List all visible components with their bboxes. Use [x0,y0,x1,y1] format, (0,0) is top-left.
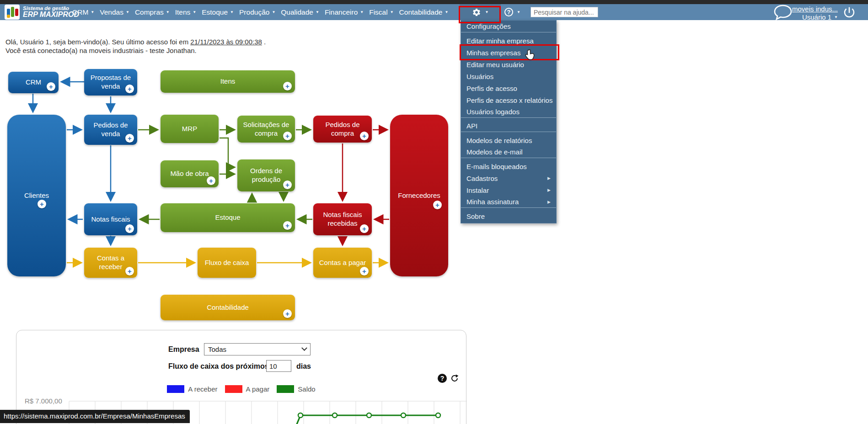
add-icon[interactable]: + [283,180,292,189]
settings-gear-button[interactable]: ▼ [460,4,501,20]
status-bar-url: https://sistema.maxiprod.com.br/Empresa/… [0,410,190,423]
maxiprod-logo-icon [5,5,20,20]
add-icon[interactable]: + [360,267,369,276]
settings-menu-item[interactable]: Usuários ▶ [461,70,556,82]
logout-power-icon[interactable] [842,5,856,21]
add-icon[interactable]: + [125,267,134,276]
add-icon[interactable]: + [283,82,292,90]
welcome-message: Olá, Usuário 1, seja bem-vindo(a). Seu ú… [5,37,266,55]
company-link[interactable]: moveis indus... [792,5,838,13]
diagram-node-mao-de-obra[interactable]: Mão de obra + [161,160,219,187]
help-menu-button[interactable]: ? ▼ [504,4,520,20]
diagram-node-solicitacoes-compra[interactable]: Solicitações de compra + [237,116,295,143]
nav-menu-item[interactable]: Produção ▼ [239,8,275,16]
nav-menu-item[interactable]: CRM ▼ [72,8,94,16]
settings-menu-item[interactable]: Configurações ▶ [461,21,556,32]
settings-menu-item[interactable]: Modelos de e-mail ▶ [461,146,556,158]
diagram-node-pedidos-venda[interactable]: Pedidos de venda + [84,115,137,145]
chevron-down-icon: ▼ [91,11,94,14]
add-icon[interactable]: + [360,224,369,233]
submenu-arrow-icon: ▶ [547,200,551,204]
diagram-node-crm[interactable]: CRM + [8,72,59,93]
settings-menu-item[interactable]: Modelos de relatórios ▶ [461,134,556,146]
submenu-arrow-icon: ▶ [547,188,551,192]
diagram-node-contas-receber[interactable]: Contas a receber + [84,248,137,278]
chevron-down-icon: ▼ [316,11,319,14]
settings-menu-item[interactable]: Minhas empresas ▶ [461,47,556,58]
nav-menu-item[interactable]: Fiscal ▼ [369,8,393,16]
diagram-node-notas-fiscais[interactable]: Notas fiscais + [84,203,137,235]
add-icon[interactable]: + [125,85,134,93]
user-menu[interactable]: Usuário 1 ▼ [792,13,838,21]
nav-menu-item[interactable]: Compras ▼ [135,8,170,16]
nav-menu-item[interactable]: Financeiro ▼ [325,8,364,16]
add-icon[interactable]: + [38,200,46,208]
settings-menu-item[interactable]: Perfis de acesso x relatórios ▶ [461,94,556,106]
chevron-down-icon: ▼ [485,11,489,14]
last-access-link[interactable]: 21/11/2023 às 09:00:38 [190,38,262,46]
diagram-node-mrp[interactable]: MRP [161,115,219,143]
settings-dropdown-menu: Configurações ▶ Editar minha empresa ▶ M… [461,20,557,223]
add-icon[interactable]: + [125,134,134,143]
settings-menu-item[interactable]: Editar meu usuário ▶ [461,58,556,70]
nav-menu-item[interactable]: Itens ▼ [175,8,197,16]
chevron-down-icon: ▼ [230,11,234,14]
settings-menu-item[interactable]: Sobre ▶ [461,210,556,222]
help-search-input[interactable] [530,7,598,17]
diagram-node-clientes[interactable]: Clientes + [7,115,66,276]
settings-menu-item[interactable]: Cadastros ▶ [461,172,556,184]
chat-bubble-icon[interactable] [772,4,794,24]
diagram-node-propostas-venda[interactable]: Propostas de venda + [84,69,137,95]
nav-menu-item[interactable]: Contabilidade ▼ [399,8,449,16]
diagram-node-pedidos-compra[interactable]: Pedidos de compra + [313,116,372,143]
settings-menu-item[interactable]: API ▶ [461,120,556,132]
diagram-node-contabilidade[interactable]: Contabilidade + [161,295,295,320]
diagram-node-fornecedores[interactable]: Fornecedores + [390,115,448,276]
account-area: moveis indus... Usuário 1 ▼ [792,5,838,21]
settings-menu-item[interactable]: Editar minha empresa ▶ [461,35,556,47]
chevron-down-icon: ▼ [445,11,448,14]
main-nav: CRM ▼ Vendas ▼ Compras ▼ Itens ▼ [72,4,448,20]
topbar: Sistema de gestão ERP MAXIPROD CRM ▼ Ven… [0,4,868,20]
add-icon[interactable]: + [283,221,292,230]
chevron-down-icon: ▼ [272,11,275,14]
diagram-node-itens[interactable]: Itens + [161,70,295,93]
chevron-down-icon: ▼ [166,11,170,14]
chevron-down-icon: ▼ [517,11,520,14]
nav-menu-item[interactable]: Qualidade ▼ [281,8,319,16]
diagram-node-estoque[interactable]: Estoque + [161,203,295,232]
add-icon[interactable]: + [283,309,292,318]
settings-menu-item[interactable]: Minha assinatura ▶ [461,196,556,208]
window-top-strip [0,0,868,4]
gear-icon [472,8,481,17]
diagram-node-ordens-producao[interactable]: Ordens de produção + [237,159,295,191]
help-icon: ? [504,8,513,16]
chevron-down-icon: ▼ [390,11,394,14]
settings-menu-item[interactable]: Usuários logados ▶ [461,106,556,118]
settings-menu-item[interactable]: Perfis de acesso ▶ [461,82,556,94]
diagram-node-contas-pagar[interactable]: Contas a pagar + [313,248,372,278]
chevron-down-icon: ▼ [126,11,129,14]
app-logo[interactable]: Sistema de gestão ERP MAXIPROD [5,5,79,20]
add-icon[interactable]: + [433,201,442,209]
diagram-node-fluxo-caixa[interactable]: Fluxo de caixa [198,248,256,278]
add-icon[interactable]: + [207,176,215,185]
add-icon[interactable]: + [283,132,292,140]
chevron-down-icon: ▼ [360,11,364,14]
chevron-down-icon: ▼ [193,11,196,14]
chevron-down-icon: ▼ [834,16,838,19]
add-icon[interactable]: + [47,82,55,91]
settings-menu-item[interactable]: Instalar ▶ [461,184,556,196]
nav-menu-item[interactable]: Vendas ▼ [100,8,129,16]
nav-menu-item[interactable]: Estoque ▼ [202,8,234,16]
erp-maxiprod-screen: Sistema de gestão ERP MAXIPROD CRM ▼ Ven… [0,0,868,424]
submenu-arrow-icon: ▶ [547,176,551,180]
settings-menu-item[interactable]: E-mails bloqueados ▶ [461,160,556,172]
add-icon[interactable]: + [360,132,369,140]
add-icon[interactable]: + [125,224,134,233]
app-title: Sistema de gestão ERP MAXIPROD [23,5,79,19]
diagram-node-notas-fiscais-recebidas[interactable]: Notas fiscais recebidas + [313,203,372,235]
